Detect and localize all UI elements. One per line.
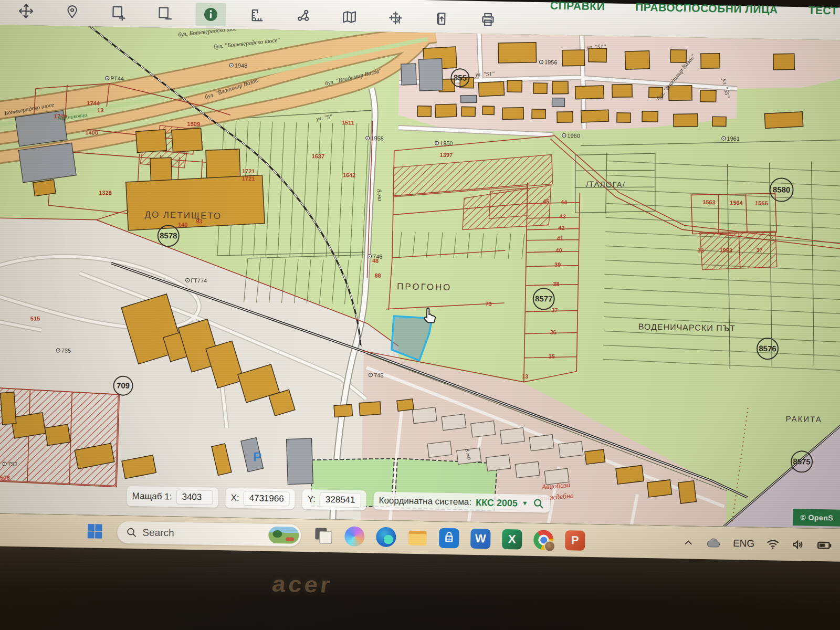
- parcel-number: 1744: [87, 100, 100, 106]
- building: [486, 455, 511, 471]
- building: [557, 112, 573, 122]
- svg-text:ГТ774: ГТ774: [191, 277, 207, 284]
- chevron-down-icon[interactable]: ▼: [522, 500, 528, 507]
- export-tool-button[interactable]: [426, 7, 457, 30]
- building: [529, 435, 554, 451]
- area-label: ПРОГОНО: [397, 281, 452, 292]
- excel-icon[interactable]: X: [502, 529, 522, 550]
- wifi-icon[interactable]: [766, 537, 780, 551]
- tray-chevron-up-icon[interactable]: [682, 537, 694, 548]
- measure-tool-button[interactable]: [242, 4, 272, 27]
- building: [647, 480, 672, 497]
- word-icon[interactable]: W: [470, 529, 491, 549]
- coordinate-search-button[interactable]: [532, 497, 545, 510]
- x-group: X: 4731966: [225, 488, 295, 509]
- parcel-number: 1328: [99, 190, 112, 196]
- parking-symbol: P: [253, 449, 262, 464]
- building: [334, 404, 352, 417]
- crs-group: Координатна система: ККС 2005 ▼: [373, 491, 550, 512]
- menu-item-test[interactable]: ТЕСТ: [808, 4, 838, 17]
- svg-text:709: 709: [117, 381, 130, 390]
- parcel-number: 1509: [187, 121, 201, 127]
- menu-item-pravosposobni-litsa[interactable]: ПРАВОСПОСОБНИ ЛИЦА: [635, 1, 778, 16]
- building: [616, 465, 644, 484]
- parcel-number: 13: [522, 373, 528, 380]
- svg-text:1948: 1948: [235, 62, 248, 68]
- scale-input[interactable]: 3403: [176, 490, 213, 505]
- parcel-number: 33: [697, 247, 704, 254]
- building: [669, 86, 692, 101]
- area-label: ДО ЛЕТИЩЕТО: [144, 209, 222, 221]
- building: [397, 399, 414, 411]
- svg-text:1960: 1960: [567, 132, 580, 139]
- edge-browser-icon[interactable]: [376, 527, 396, 548]
- map-sheets-tool-button[interactable]: [334, 5, 365, 29]
- file-explorer-icon[interactable]: [407, 528, 428, 548]
- svg-text:8575: 8575: [793, 457, 811, 466]
- microsoft-store-icon[interactable]: [439, 528, 459, 549]
- copilot-icon[interactable]: [344, 526, 365, 547]
- parcel-number: 1993: [719, 247, 732, 253]
- building: [172, 128, 203, 152]
- map-canvas[interactable]: 85788577858085768575855709 РТ44194819581…: [0, 25, 840, 529]
- x-label: X:: [230, 492, 239, 503]
- building: [500, 428, 524, 444]
- powerpoint-icon[interactable]: P: [565, 530, 585, 551]
- building: [442, 414, 466, 430]
- pan-tool-button[interactable]: [10, 0, 41, 23]
- parcel-number: 140: [178, 222, 188, 228]
- onedrive-cloud-icon[interactable]: [706, 535, 722, 551]
- zoom-in-rect-tool-button[interactable]: [103, 1, 134, 25]
- language-indicator[interactable]: ENG: [733, 538, 755, 550]
- windows-start-button[interactable]: [85, 521, 106, 542]
- task-view-button[interactable]: [313, 526, 333, 546]
- battery-icon[interactable]: [816, 537, 833, 553]
- building: [286, 438, 313, 485]
- building: [533, 83, 547, 93]
- chrome-icon[interactable]: [533, 530, 554, 550]
- building: [581, 110, 609, 122]
- building: [552, 98, 564, 107]
- chrome-profile-avatar: [544, 540, 555, 552]
- taskbar-search-input[interactable]: Search: [117, 520, 302, 547]
- parcel-number: 1397: [440, 152, 453, 158]
- svg-text:1961: 1961: [727, 135, 740, 142]
- svg-text:855: 855: [454, 73, 467, 82]
- building: [507, 80, 522, 92]
- parcel-number: 42: [558, 225, 564, 231]
- building: [764, 112, 803, 129]
- search-placeholder: Search: [142, 527, 263, 540]
- topology-tool-button[interactable]: [288, 4, 319, 28]
- building: [401, 64, 416, 85]
- menu-item-spravki[interactable]: СПРАВКИ: [550, 0, 605, 13]
- building: [552, 81, 568, 94]
- parcel-number: 40: [555, 247, 562, 254]
- parcel-number: 515: [30, 315, 40, 321]
- building: [359, 402, 381, 416]
- weather-widget-thumbnail[interactable]: [268, 527, 299, 544]
- parcel-number: 44: [561, 199, 568, 205]
- parcel-number: 1563: [702, 199, 716, 205]
- svg-text:8578: 8578: [160, 231, 177, 240]
- volume-icon[interactable]: [791, 538, 805, 551]
- building: [126, 175, 265, 230]
- parcel-number: 48: [372, 257, 379, 264]
- print-tool-button[interactable]: [472, 8, 503, 32]
- zoom-out-rect-tool-button[interactable]: [149, 2, 180, 25]
- building: [11, 413, 45, 438]
- y-input[interactable]: 328541: [320, 492, 361, 508]
- locate-pin-tool-button[interactable]: [57, 0, 88, 24]
- crs-dropdown[interactable]: ККС 2005: [476, 497, 518, 509]
- parcel-number: 39: [554, 261, 561, 268]
- building: [589, 48, 606, 62]
- x-input[interactable]: 4731966: [243, 491, 290, 507]
- svg-text:8576: 8576: [759, 344, 776, 353]
- parcel-number: 1637: [311, 153, 324, 159]
- building: [461, 95, 477, 102]
- parcel-number: 13: [97, 107, 103, 113]
- building: [585, 449, 605, 464]
- info-tool-button[interactable]: [195, 3, 226, 26]
- coordinate-grid-tool-button[interactable]: [380, 6, 411, 30]
- osm-attribution-link[interactable]: © OpenS: [793, 509, 840, 527]
- map-viewport: 85788577858085768575855709 РТ44194819581…: [0, 25, 840, 529]
